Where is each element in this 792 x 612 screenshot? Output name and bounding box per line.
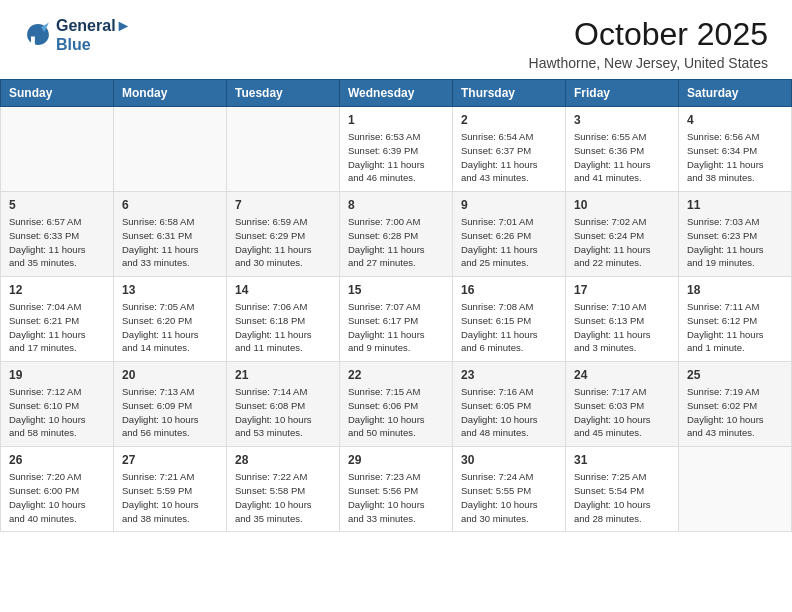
col-wednesday: Wednesday — [340, 80, 453, 107]
day-number: 7 — [235, 198, 331, 212]
day-info: Sunrise: 6:56 AM Sunset: 6:34 PM Dayligh… — [687, 130, 783, 185]
page: General► Blue October 2025 Hawthorne, Ne… — [0, 0, 792, 532]
day-info: Sunrise: 7:17 AM Sunset: 6:03 PM Dayligh… — [574, 385, 670, 440]
day-info: Sunrise: 6:53 AM Sunset: 6:39 PM Dayligh… — [348, 130, 444, 185]
table-row: 1Sunrise: 6:53 AM Sunset: 6:39 PM Daylig… — [340, 107, 453, 192]
day-info: Sunrise: 7:25 AM Sunset: 5:54 PM Dayligh… — [574, 470, 670, 525]
day-number: 19 — [9, 368, 105, 382]
day-number: 24 — [574, 368, 670, 382]
table-row: 18Sunrise: 7:11 AM Sunset: 6:12 PM Dayli… — [679, 277, 792, 362]
table-row: 5Sunrise: 6:57 AM Sunset: 6:33 PM Daylig… — [1, 192, 114, 277]
day-number: 6 — [122, 198, 218, 212]
table-row: 12Sunrise: 7:04 AM Sunset: 6:21 PM Dayli… — [1, 277, 114, 362]
table-row — [227, 107, 340, 192]
day-info: Sunrise: 7:20 AM Sunset: 6:00 PM Dayligh… — [9, 470, 105, 525]
day-number: 20 — [122, 368, 218, 382]
day-number: 21 — [235, 368, 331, 382]
table-row: 4Sunrise: 6:56 AM Sunset: 6:34 PM Daylig… — [679, 107, 792, 192]
day-info: Sunrise: 7:22 AM Sunset: 5:58 PM Dayligh… — [235, 470, 331, 525]
table-row — [679, 447, 792, 532]
table-row: 19Sunrise: 7:12 AM Sunset: 6:10 PM Dayli… — [1, 362, 114, 447]
table-row: 23Sunrise: 7:16 AM Sunset: 6:05 PM Dayli… — [453, 362, 566, 447]
day-info: Sunrise: 7:24 AM Sunset: 5:55 PM Dayligh… — [461, 470, 557, 525]
table-row: 26Sunrise: 7:20 AM Sunset: 6:00 PM Dayli… — [1, 447, 114, 532]
table-row — [1, 107, 114, 192]
week-row-1: 1Sunrise: 6:53 AM Sunset: 6:39 PM Daylig… — [1, 107, 792, 192]
header: General► Blue October 2025 Hawthorne, Ne… — [0, 0, 792, 79]
week-row-2: 5Sunrise: 6:57 AM Sunset: 6:33 PM Daylig… — [1, 192, 792, 277]
day-info: Sunrise: 7:23 AM Sunset: 5:56 PM Dayligh… — [348, 470, 444, 525]
day-number: 5 — [9, 198, 105, 212]
table-row: 9Sunrise: 7:01 AM Sunset: 6:26 PM Daylig… — [453, 192, 566, 277]
day-number: 3 — [574, 113, 670, 127]
day-number: 9 — [461, 198, 557, 212]
table-row: 22Sunrise: 7:15 AM Sunset: 6:06 PM Dayli… — [340, 362, 453, 447]
table-row: 25Sunrise: 7:19 AM Sunset: 6:02 PM Dayli… — [679, 362, 792, 447]
day-info: Sunrise: 7:13 AM Sunset: 6:09 PM Dayligh… — [122, 385, 218, 440]
day-info: Sunrise: 7:15 AM Sunset: 6:06 PM Dayligh… — [348, 385, 444, 440]
day-info: Sunrise: 7:08 AM Sunset: 6:15 PM Dayligh… — [461, 300, 557, 355]
day-number: 11 — [687, 198, 783, 212]
table-row: 10Sunrise: 7:02 AM Sunset: 6:24 PM Dayli… — [566, 192, 679, 277]
day-number: 23 — [461, 368, 557, 382]
day-info: Sunrise: 6:54 AM Sunset: 6:37 PM Dayligh… — [461, 130, 557, 185]
day-info: Sunrise: 7:03 AM Sunset: 6:23 PM Dayligh… — [687, 215, 783, 270]
calendar-table: Sunday Monday Tuesday Wednesday Thursday… — [0, 79, 792, 532]
table-row — [114, 107, 227, 192]
calendar-wrapper: Sunday Monday Tuesday Wednesday Thursday… — [0, 79, 792, 532]
table-row: 30Sunrise: 7:24 AM Sunset: 5:55 PM Dayli… — [453, 447, 566, 532]
day-info: Sunrise: 7:00 AM Sunset: 6:28 PM Dayligh… — [348, 215, 444, 270]
day-number: 22 — [348, 368, 444, 382]
day-number: 18 — [687, 283, 783, 297]
col-monday: Monday — [114, 80, 227, 107]
header-row: Sunday Monday Tuesday Wednesday Thursday… — [1, 80, 792, 107]
day-number: 25 — [687, 368, 783, 382]
day-info: Sunrise: 6:58 AM Sunset: 6:31 PM Dayligh… — [122, 215, 218, 270]
day-number: 14 — [235, 283, 331, 297]
table-row: 6Sunrise: 6:58 AM Sunset: 6:31 PM Daylig… — [114, 192, 227, 277]
day-number: 16 — [461, 283, 557, 297]
day-number: 8 — [348, 198, 444, 212]
week-row-3: 12Sunrise: 7:04 AM Sunset: 6:21 PM Dayli… — [1, 277, 792, 362]
day-info: Sunrise: 6:57 AM Sunset: 6:33 PM Dayligh… — [9, 215, 105, 270]
table-row: 27Sunrise: 7:21 AM Sunset: 5:59 PM Dayli… — [114, 447, 227, 532]
day-info: Sunrise: 7:10 AM Sunset: 6:13 PM Dayligh… — [574, 300, 670, 355]
table-row: 24Sunrise: 7:17 AM Sunset: 6:03 PM Dayli… — [566, 362, 679, 447]
table-row: 7Sunrise: 6:59 AM Sunset: 6:29 PM Daylig… — [227, 192, 340, 277]
day-number: 27 — [122, 453, 218, 467]
col-friday: Friday — [566, 80, 679, 107]
day-number: 29 — [348, 453, 444, 467]
day-info: Sunrise: 7:11 AM Sunset: 6:12 PM Dayligh… — [687, 300, 783, 355]
title-section: October 2025 Hawthorne, New Jersey, Unit… — [529, 16, 768, 71]
week-row-4: 19Sunrise: 7:12 AM Sunset: 6:10 PM Dayli… — [1, 362, 792, 447]
day-info: Sunrise: 6:55 AM Sunset: 6:36 PM Dayligh… — [574, 130, 670, 185]
table-row: 2Sunrise: 6:54 AM Sunset: 6:37 PM Daylig… — [453, 107, 566, 192]
day-info: Sunrise: 7:01 AM Sunset: 6:26 PM Dayligh… — [461, 215, 557, 270]
day-number: 4 — [687, 113, 783, 127]
table-row: 28Sunrise: 7:22 AM Sunset: 5:58 PM Dayli… — [227, 447, 340, 532]
day-number: 1 — [348, 113, 444, 127]
table-row: 15Sunrise: 7:07 AM Sunset: 6:17 PM Dayli… — [340, 277, 453, 362]
day-info: Sunrise: 7:14 AM Sunset: 6:08 PM Dayligh… — [235, 385, 331, 440]
day-number: 17 — [574, 283, 670, 297]
col-sunday: Sunday — [1, 80, 114, 107]
col-thursday: Thursday — [453, 80, 566, 107]
week-row-5: 26Sunrise: 7:20 AM Sunset: 6:00 PM Dayli… — [1, 447, 792, 532]
location: Hawthorne, New Jersey, United States — [529, 55, 768, 71]
day-number: 28 — [235, 453, 331, 467]
logo-icon — [24, 21, 52, 49]
table-row: 14Sunrise: 7:06 AM Sunset: 6:18 PM Dayli… — [227, 277, 340, 362]
day-number: 31 — [574, 453, 670, 467]
month-title: October 2025 — [529, 16, 768, 53]
day-info: Sunrise: 7:12 AM Sunset: 6:10 PM Dayligh… — [9, 385, 105, 440]
day-info: Sunrise: 6:59 AM Sunset: 6:29 PM Dayligh… — [235, 215, 331, 270]
day-info: Sunrise: 7:05 AM Sunset: 6:20 PM Dayligh… — [122, 300, 218, 355]
table-row: 29Sunrise: 7:23 AM Sunset: 5:56 PM Dayli… — [340, 447, 453, 532]
day-info: Sunrise: 7:04 AM Sunset: 6:21 PM Dayligh… — [9, 300, 105, 355]
table-row: 11Sunrise: 7:03 AM Sunset: 6:23 PM Dayli… — [679, 192, 792, 277]
day-info: Sunrise: 7:02 AM Sunset: 6:24 PM Dayligh… — [574, 215, 670, 270]
table-row: 8Sunrise: 7:00 AM Sunset: 6:28 PM Daylig… — [340, 192, 453, 277]
day-info: Sunrise: 7:06 AM Sunset: 6:18 PM Dayligh… — [235, 300, 331, 355]
day-number: 26 — [9, 453, 105, 467]
day-info: Sunrise: 7:16 AM Sunset: 6:05 PM Dayligh… — [461, 385, 557, 440]
